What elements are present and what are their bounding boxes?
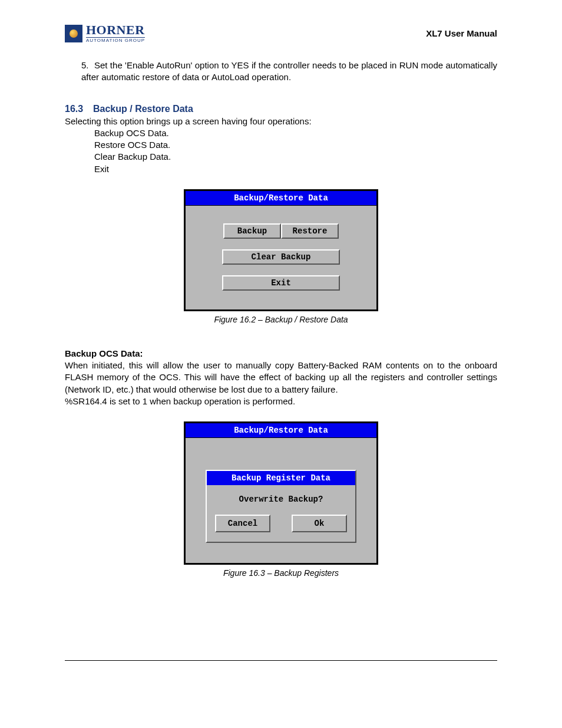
- op-item: Restore OCS Data.: [94, 139, 497, 151]
- list-text: Set the 'Enable AutoRun' option to YES i…: [81, 60, 497, 82]
- clear-backup-button[interactable]: Clear Backup: [222, 249, 340, 265]
- ok-button[interactable]: Ok: [292, 515, 347, 532]
- section-num: 16.3: [65, 104, 93, 114]
- screen2-titlebar: Backup/Restore Data: [186, 423, 376, 438]
- backup-button[interactable]: Backup: [223, 223, 281, 239]
- restore-button[interactable]: Restore: [281, 223, 339, 239]
- figure-2-caption: Figure 16.3 – Backup Registers: [65, 568, 497, 578]
- dialog-box: Backup Register Data Overwrite Backup? C…: [206, 470, 356, 543]
- figure-1-caption: Figure 16.2 – Backup / Restore Data: [65, 315, 497, 324]
- exit-button[interactable]: Exit: [222, 275, 340, 291]
- intro-text: Selecting this option brings up a screen…: [65, 116, 497, 127]
- figure-screen-1: Backup/Restore Data Backup Restore Clear…: [184, 189, 378, 311]
- screen1-titlebar: Backup/Restore Data: [186, 191, 376, 206]
- section-heading: 16.3Backup / Restore Data: [65, 104, 497, 114]
- dialog-title: Backup Register Data: [207, 471, 355, 485]
- list-item-5: 5.Set the 'Enable AutoRun' option to YES…: [81, 60, 497, 84]
- logo-subtitle: AUTOMATION GROUP: [86, 37, 145, 43]
- op-item: Exit: [94, 163, 497, 175]
- figure-screen-2: Backup/Restore Data Backup Register Data…: [184, 421, 378, 565]
- paragraph-2: %SR164.4 is set to 1 when backup operati…: [65, 396, 497, 407]
- dialog-message: Overwrite Backup?: [215, 495, 347, 504]
- logo: HORNER AUTOMATION GROUP: [65, 24, 145, 43]
- cancel-button[interactable]: Cancel: [215, 515, 270, 532]
- logo-name: HORNER: [86, 24, 145, 37]
- paragraph-1: When initiated, this will allow the user…: [65, 360, 497, 396]
- op-item: Clear Backup Data.: [94, 151, 497, 163]
- op-item: Backup OCS Data.: [94, 127, 497, 139]
- logo-mark-icon: [65, 25, 82, 42]
- manual-title: XL7 User Manual: [426, 28, 497, 38]
- subheading-backup-ocs: Backup OCS Data:: [65, 348, 497, 360]
- list-number: 5.: [81, 60, 94, 71]
- footer-rule: [65, 660, 497, 661]
- section-title: Backup / Restore Data: [93, 104, 193, 114]
- page-header: HORNER AUTOMATION GROUP XL7 User Manual: [65, 24, 497, 43]
